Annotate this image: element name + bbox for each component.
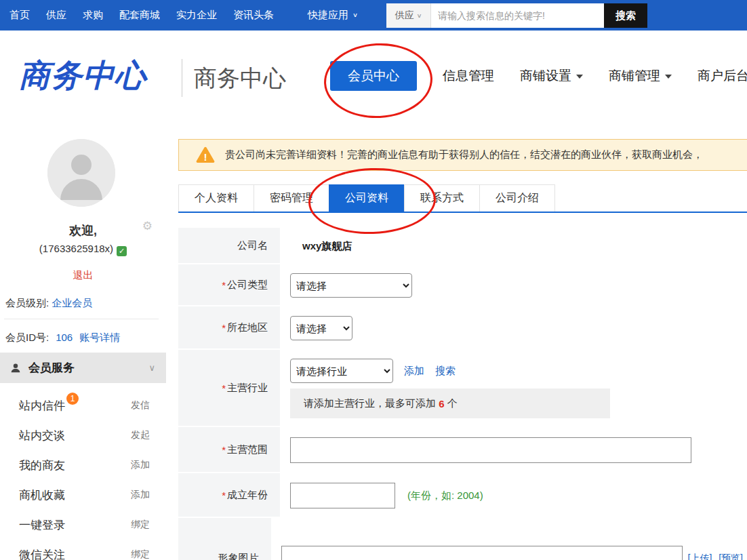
quick-apps-label: 快捷应用 [308, 9, 348, 22]
member-level-link[interactable]: 企业会员 [52, 297, 92, 308]
image-input[interactable] [281, 546, 683, 560]
chat-label: 站内交谈 [19, 428, 65, 443]
form-row-image: 形象图片 [上传] [预览] [178, 518, 747, 560]
topnav-buy[interactable]: 求购 [83, 9, 103, 22]
preview-link[interactable]: [预览] [719, 553, 743, 560]
industry-add-link[interactable]: 添加 [404, 365, 424, 378]
messages-label: 站内信件 [19, 398, 65, 414]
required-asterisk: * [222, 279, 226, 291]
nav-shop-management-label: 商铺管理 [609, 67, 660, 85]
scope-label: * 主营范围 [178, 427, 280, 473]
company-type-label: * 公司类型 [178, 264, 280, 306]
label-text: 所在地区 [227, 321, 268, 334]
label-text: 主营行业 [227, 382, 268, 395]
form-row-company-type: * 公司类型 请选择 [178, 264, 747, 306]
gear-icon[interactable]: ⚙ [142, 219, 153, 233]
search-input[interactable] [431, 3, 604, 28]
sidebar-item-chat[interactable]: 站内交谈 发起 [0, 420, 166, 450]
industry-select[interactable]: 请选择行业 [290, 359, 393, 383]
company-info-form: 公司名 wxy旗舰店 * 公司类型 请选择 * [178, 228, 747, 560]
sidebar-item-messages[interactable]: 站内信件 1 发信 [0, 391, 166, 420]
company-type-select[interactable]: 请选择 [290, 273, 412, 298]
page: 首页 供应 求购 配套商城 实力企业 资讯头条 快捷应用 ∨ 供应 ∨ 搜索 商… [0, 0, 747, 560]
favorites-label: 商机收藏 [19, 487, 65, 503]
nav-shop-management[interactable]: 商铺管理 [609, 67, 672, 85]
industry-search-link[interactable]: 搜索 [435, 365, 456, 378]
logout-link[interactable]: 退出 [0, 269, 166, 282]
nav-member-center[interactable]: 会员中心 [330, 61, 417, 91]
welcome-text: 欢迎, [0, 222, 166, 239]
partners-label: 我的商友 [19, 458, 65, 473]
upload-link[interactable]: [上传] [688, 553, 712, 560]
member-id-label: 会员ID号: [5, 332, 49, 344]
region-cell: 请选择 [280, 306, 747, 350]
person-silhouette-icon [47, 139, 115, 207]
warning-banner: ! 贵公司尚未完善详细资料！完善的商业信息有助于获得别人的信任，结交潜在的商业伙… [178, 139, 747, 171]
sidebar-menu: 站内信件 1 发信 站内交谈 发起 我的商友 添加 商机收藏 添加 一键登录 绑… [0, 391, 166, 560]
divider [182, 59, 182, 97]
topnav-enterprise[interactable]: 实力企业 [176, 9, 217, 22]
warning-text: 贵公司尚未完善详细资料！完善的商业信息有助于获得别人的信任，结交潜在的商业伙伴，… [225, 148, 703, 161]
label-text: 公司名 [237, 239, 268, 252]
start-chat-link[interactable]: 发起 [131, 429, 150, 441]
image-links: [上传] [预览] [688, 553, 747, 560]
caret-down-icon [665, 75, 672, 79]
hint-max-count: 6 [439, 398, 444, 409]
bind-login-link[interactable]: 绑定 [131, 519, 150, 531]
topnav-home[interactable]: 首页 [9, 9, 30, 22]
page-title: 商务中心 [194, 63, 286, 94]
topnav-supply[interactable]: 供应 [46, 9, 66, 22]
top-navbar: 首页 供应 求购 配套商城 实力企业 资讯头条 快捷应用 ∨ 供应 ∨ 搜索 [0, 0, 747, 31]
company-name-cell: wxy旗舰店 [280, 228, 747, 264]
send-message-link[interactable]: 发信 [131, 399, 150, 412]
form-row-region: * 所在地区 请选择 [178, 306, 747, 350]
topnav-mall[interactable]: 配套商城 [119, 9, 160, 22]
required-asterisk: * [222, 444, 226, 456]
member-services-label: 会员服务 [28, 360, 75, 376]
add-partner-link[interactable]: 添加 [131, 459, 150, 471]
chevron-down-icon: ∨ [352, 12, 358, 18]
sidebar-item-one-click-login[interactable]: 一键登录 绑定 [0, 510, 166, 540]
nav-shop-settings[interactable]: 商铺设置 [520, 67, 583, 85]
topnav-news[interactable]: 资讯头条 [233, 9, 274, 22]
caret-down-icon [576, 75, 583, 79]
nav-merchant-backend[interactable]: 商户后台 [698, 67, 747, 85]
bind-wechat-link[interactable]: 绑定 [131, 548, 150, 560]
avatar[interactable] [47, 139, 115, 207]
topnav-quick-apps[interactable]: 快捷应用 ∨ [308, 9, 358, 22]
tab-company-intro[interactable]: 公司介绍 [479, 184, 555, 212]
account-detail-link[interactable]: 账号详情 [79, 332, 120, 344]
form-row-year: * 成立年份 (年份，如: 2004) [178, 473, 747, 518]
sidebar-item-favorites[interactable]: 商机收藏 添加 [0, 480, 166, 510]
account-number: (17633625918x)✓ [0, 243, 166, 256]
scope-input[interactable] [290, 437, 691, 463]
search-button[interactable]: 搜索 [604, 3, 647, 28]
logo[interactable]: 商务中心 [19, 55, 146, 97]
tab-password[interactable]: 密码管理 [254, 184, 329, 212]
year-cell: (年份，如: 2004) [280, 473, 747, 518]
form-row-company-name: 公司名 wxy旗舰店 [178, 228, 747, 264]
search-category-dropdown[interactable]: 供应 ∨ [386, 3, 431, 28]
region-select[interactable]: 请选择 [290, 316, 352, 340]
search-bar: 供应 ∨ 搜索 [386, 3, 647, 28]
nav-shop-settings-label: 商铺设置 [520, 67, 571, 85]
verified-check-icon: ✓ [117, 246, 127, 256]
wechat-label: 微信关注 [19, 547, 65, 560]
required-asterisk: * [222, 382, 226, 394]
sidebar-section-member-services[interactable]: 会员服务 ∨ [0, 353, 166, 383]
add-favorite-link[interactable]: 添加 [131, 489, 150, 501]
image-label: 形象图片 [178, 518, 271, 560]
tab-personal-info[interactable]: 个人资料 [178, 184, 254, 212]
member-id-value[interactable]: 106 [56, 332, 73, 344]
svg-text:!: ! [203, 151, 207, 163]
chevron-down-icon: ∨ [148, 363, 155, 373]
member-level-row: 会员级别: 企业会员 [5, 297, 92, 310]
tab-company-info[interactable]: 公司资料 [329, 184, 405, 212]
main-content: ! 贵公司尚未完善详细资料！完善的商业信息有助于获得别人的信任，结交潜在的商业伙… [178, 121, 747, 560]
year-input[interactable] [290, 483, 395, 508]
member-id-row: 会员ID号: 106 账号详情 [5, 332, 120, 344]
sidebar-item-partners[interactable]: 我的商友 添加 [0, 450, 166, 480]
sidebar-item-wechat[interactable]: 微信关注 绑定 [0, 540, 166, 560]
tab-contact[interactable]: 联系方式 [404, 184, 480, 212]
nav-info-management[interactable]: 信息管理 [443, 67, 494, 85]
